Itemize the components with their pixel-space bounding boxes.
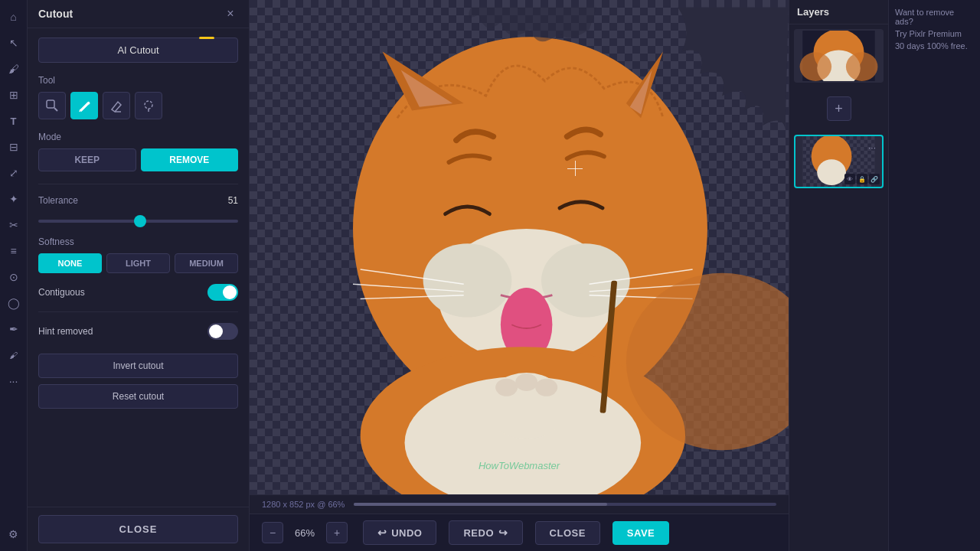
layer-1-thumb[interactable]: [789, 24, 888, 87]
redo-icon: ↪: [498, 527, 508, 539]
tolerance-header: Tolerance 51: [38, 195, 238, 206]
layer-lock-icon[interactable]: 🔒: [857, 174, 867, 184]
mask-icon[interactable]: ⊙: [3, 266, 24, 288]
remove-mode-button[interactable]: REMOVE: [141, 148, 239, 171]
add-layer-button[interactable]: +: [827, 96, 851, 121]
paint-icon[interactable]: 🖌: [3, 344, 24, 366]
app-layout: ⌂ ↖ 🖌 ⊞ T ⊟ ⤢ ✦ ✂ ≡ ⊙ ◯ ✒ 🖌 ··· ⚙ Cutout…: [0, 0, 980, 551]
more-icon[interactable]: ···: [3, 370, 24, 392]
undo-icon: ↩: [377, 527, 387, 539]
pattern-icon[interactable]: ⊟: [3, 136, 24, 158]
invert-cutout-button[interactable]: Invert cutout: [38, 354, 238, 378]
mode-row: KEEP REMOVE: [38, 148, 238, 171]
cat-image: [250, 0, 789, 494]
tolerance-slider[interactable]: [38, 220, 238, 223]
layer-menu-icon[interactable]: ···: [868, 142, 876, 153]
ad-sidebar: Want to remove ads? Try Pixlr Premium 30…: [888, 0, 980, 551]
panel-body: AI Cutout Tool: [28, 28, 249, 507]
keep-mode-button[interactable]: KEEP: [38, 148, 136, 171]
scissors-icon[interactable]: ✂: [3, 214, 24, 236]
tool-row: [38, 92, 238, 119]
contiguous-knob: [223, 285, 237, 299]
adjust-icon[interactable]: ≡: [3, 240, 24, 262]
brush-tool-icon[interactable]: [70, 92, 98, 119]
undo-label: UNDO: [391, 527, 422, 539]
svg-point-39: [800, 52, 831, 81]
svg-line-2: [80, 109, 80, 112]
add-layer-row: +: [789, 90, 888, 127]
softness-label: Softness: [38, 236, 238, 247]
brush-tool-icon[interactable]: 🖌: [3, 58, 24, 80]
svg-point-4: [145, 101, 152, 109]
softness-row: NONE LIGHT MEDIUM: [38, 253, 238, 273]
eraser-tool-icon[interactable]: [103, 92, 130, 119]
layers-title: Layers: [797, 6, 829, 18]
svg-point-31: [535, 379, 557, 396]
bottom-toolbar: − 66% + ↩ UNDO REDO ↪ CLOSE SAVE: [250, 514, 789, 551]
redo-label: REDO: [463, 527, 494, 539]
horizontal-scrollbar[interactable]: [354, 503, 776, 506]
text-tool-icon[interactable]: T: [3, 110, 24, 132]
redo-button[interactable]: REDO ↪: [449, 520, 522, 545]
contiguous-toggle[interactable]: [207, 284, 238, 301]
wand-tool-icon[interactable]: [38, 92, 66, 119]
layer-1-preview: [795, 31, 882, 81]
center-toolbar: ↩ UNDO REDO ↪ CLOSE SAVE: [363, 520, 670, 545]
contiguous-label: Contiguous: [38, 287, 85, 298]
tolerance-slider-container: [38, 212, 238, 226]
svg-point-46: [817, 159, 846, 185]
mode-section-label: Mode: [38, 132, 238, 142]
pen-icon[interactable]: ✒: [3, 318, 24, 340]
select-icon[interactable]: ↖: [3, 32, 24, 54]
divider: [38, 184, 238, 184]
watermark: HowToWebmaster: [479, 460, 560, 471]
zoom-in-button[interactable]: +: [326, 522, 348, 543]
hint-removed-knob: [209, 324, 223, 338]
home-icon[interactable]: ⌂: [3, 6, 24, 28]
save-button[interactable]: SAVE: [612, 521, 669, 545]
close-panel-button[interactable]: CLOSE: [38, 515, 238, 543]
svg-point-38: [846, 52, 877, 81]
ai-cutout-button[interactable]: AI Cutout: [38, 37, 238, 63]
zoom-controls: − 66% +: [262, 522, 348, 543]
zoom-out-button[interactable]: −: [262, 522, 283, 543]
ad-line-2: Try Pixlr Premium: [895, 29, 974, 38]
svg-point-30: [515, 373, 537, 391]
canvas-content[interactable]: HowToWebmaster: [250, 0, 789, 494]
panel-close-icon[interactable]: ×: [223, 6, 238, 21]
softness-medium-button[interactable]: MEDIUM: [175, 253, 238, 273]
panel-footer: CLOSE: [28, 507, 249, 551]
layer-eye-icon[interactable]: 👁: [844, 174, 855, 184]
lasso-tool-icon[interactable]: [135, 92, 162, 119]
svg-rect-0: [47, 100, 54, 108]
ad-line-1: Want to remove ads?: [895, 8, 974, 26]
hint-removed-toggle[interactable]: [207, 323, 238, 340]
canvas-area: HowToWebmaster 1280 x 852 px @ 66% − 66%…: [250, 0, 789, 551]
divider-2: [38, 311, 238, 312]
reset-cutout-button[interactable]: Reset cutout: [38, 384, 238, 409]
softness-light-button[interactable]: LIGHT: [106, 253, 170, 273]
tolerance-label: Tolerance: [38, 195, 78, 206]
zoom-level-display: 66%: [289, 527, 320, 539]
effects-icon[interactable]: ✦: [3, 188, 24, 210]
layer-icons: 👁 🔒 🔗: [844, 174, 880, 184]
softness-none-button[interactable]: NONE: [38, 253, 102, 273]
settings-icon[interactable]: ⚙: [3, 523, 24, 545]
layers-panel: Layers +: [789, 0, 888, 551]
hint-removed-row: Hint removed: [38, 323, 238, 340]
hint-removed-label: Hint removed: [38, 326, 93, 337]
layer-link-icon[interactable]: 🔗: [869, 174, 880, 184]
transform-icon[interactable]: ⤢: [3, 162, 24, 184]
layer-2-thumb[interactable]: ··· 👁 🔒 🔗: [789, 130, 888, 193]
tool-section-label: Tool: [38, 75, 238, 86]
close-button[interactable]: CLOSE: [535, 521, 600, 545]
panel-title: Cutout: [38, 8, 73, 20]
ad-line-3: 30 days 100% free.: [895, 41, 974, 51]
contiguous-row: Contiguous: [38, 284, 238, 301]
undo-button[interactable]: ↩ UNDO: [363, 520, 437, 545]
scrollbar-thumb: [354, 503, 607, 506]
globe-icon[interactable]: ◯: [3, 292, 24, 314]
svg-line-1: [54, 108, 57, 111]
canvas-dimensions: 1280 x 852 px @ 66%: [262, 500, 345, 509]
layers-panel-icon[interactable]: ⊞: [3, 84, 24, 106]
